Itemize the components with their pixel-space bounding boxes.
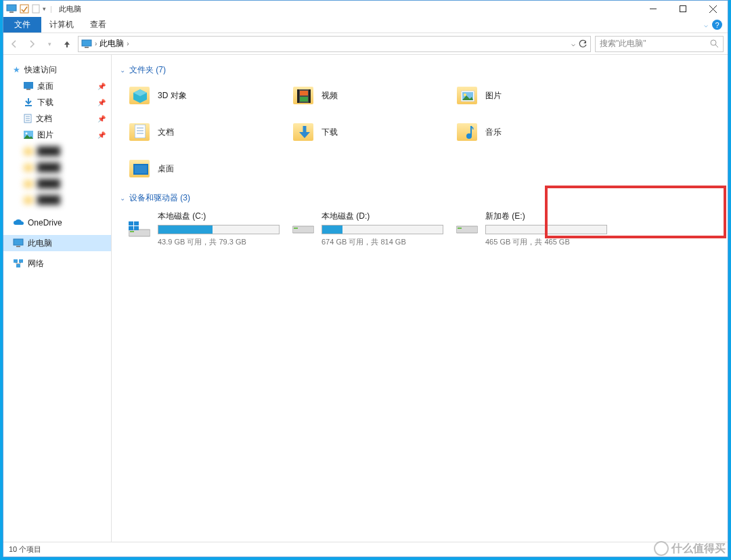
folder-videos[interactable]: 视频 [292, 81, 454, 110]
document-icon [128, 121, 151, 144]
sidebar-item-blurred[interactable]: ████ [3, 159, 111, 175]
qat-sep: | [49, 5, 53, 13]
sidebar-item-blurred[interactable]: ████ [3, 192, 111, 208]
nav-history-icon[interactable]: ▾ [43, 37, 56, 51]
ribbon-expand-icon[interactable]: ⌵ [704, 21, 708, 28]
explorer-window: ▾ | 此电脑 文件 计算机 查看 ⌵ ? ▾ › 此电脑 › ⌵ [3, 0, 728, 557]
svg-line-27 [18, 263, 21, 264]
svg-rect-25 [16, 264, 20, 267]
chevron-right-icon[interactable]: › [95, 40, 97, 47]
search-icon [710, 39, 719, 48]
drive-icon [292, 220, 315, 239]
nav-forward-button[interactable] [25, 37, 39, 51]
folder-downloads[interactable]: 下载 [292, 118, 454, 146]
svg-point-20 [26, 133, 28, 135]
download-icon [24, 98, 33, 107]
folder-pictures[interactable]: 图片 [456, 81, 618, 110]
chevron-down-icon: ⌄ [120, 66, 125, 74]
folder-label: 3D 对象 [158, 90, 187, 102]
pin-icon: 📌 [97, 131, 106, 139]
desktop-icon [128, 157, 151, 180]
desktop-icon [24, 82, 33, 90]
maximize-button[interactable] [668, 1, 698, 17]
tab-view[interactable]: 查看 [82, 17, 114, 33]
music-icon [456, 121, 479, 144]
content-area[interactable]: ⌄ 文件夹 (7) 3D 对象 视频 图片 文档 [112, 55, 728, 542]
svg-rect-47 [129, 221, 133, 225]
close-button[interactable] [698, 1, 728, 17]
chevron-right-icon[interactable]: › [127, 40, 129, 47]
drive-item[interactable]: 本地磁盘 (D:)674 GB 可用，共 814 GB [292, 209, 454, 242]
svg-point-10 [711, 40, 716, 45]
sidebar-item-label: 图片 [37, 129, 53, 141]
minimize-button[interactable] [638, 1, 668, 17]
svg-rect-54 [458, 228, 462, 229]
sidebar-network[interactable]: 网络 [3, 255, 111, 272]
chevron-down-icon: ⌄ [120, 194, 125, 202]
ribbon: 文件 计算机 查看 ⌵ ? [3, 17, 728, 33]
help-icon[interactable]: ? [712, 20, 722, 30]
qat-prop-icon[interactable] [20, 4, 29, 14]
qat-dropdown-icon[interactable]: ▾ [43, 5, 46, 12]
folder-music[interactable]: 音乐 [456, 118, 618, 146]
sidebar-item-documents[interactable]: 文档 📌 [3, 110, 111, 127]
download-icon [292, 121, 315, 144]
sidebar-item-blurred[interactable]: ████ [3, 175, 111, 192]
folder-3d-objects[interactable]: 3D 对象 [128, 81, 290, 110]
folder-icon [24, 179, 33, 188]
pc-icon [6, 4, 17, 14]
onedrive-icon [13, 219, 24, 227]
folder-label: 桌面 [158, 163, 174, 175]
refresh-icon[interactable] [578, 39, 588, 49]
svg-rect-32 [309, 89, 311, 103]
picture-icon [456, 84, 479, 107]
group-header-devices[interactable]: ⌄ 设备和驱动器 (3) [120, 192, 719, 204]
sidebar-label: 快速访问 [24, 64, 57, 76]
folder-label: 文档 [158, 127, 174, 138]
drive-name: 新加卷 (E:) [485, 211, 618, 222]
sidebar-item-desktop[interactable]: 桌面 📌 [3, 78, 111, 94]
titlebar: ▾ | 此电脑 [3, 1, 728, 17]
nav-back-button[interactable] [7, 37, 21, 51]
sidebar-item-blurred[interactable]: ████ [3, 143, 111, 159]
addr-dropdown-icon[interactable]: ⌵ [571, 40, 575, 47]
qat-doc-icon[interactable] [32, 4, 40, 14]
sidebar-onedrive[interactable]: OneDrive [3, 215, 111, 231]
group-header-folders[interactable]: ⌄ 文件夹 (7) [120, 64, 719, 76]
pin-icon: 📌 [97, 99, 106, 106]
svg-rect-53 [456, 226, 478, 233]
folder-icon [24, 196, 33, 204]
folder-label: 图片 [485, 90, 502, 102]
sidebar-quick-access[interactable]: ★ 快速访问 [3, 62, 111, 78]
sidebar-item-label: 文档 [36, 113, 52, 125]
watermark-text: 什么值得买 [671, 542, 726, 556]
capacity-bar [485, 225, 607, 234]
svg-rect-23 [14, 259, 18, 263]
drive-icon [456, 220, 479, 239]
address-bar[interactable]: › 此电脑 › ⌵ [78, 36, 591, 52]
folder-documents[interactable]: 文档 [128, 118, 290, 146]
nav-up-button[interactable] [60, 37, 74, 51]
svg-rect-3 [32, 5, 39, 13]
sidebar-item-downloads[interactable]: 下载 📌 [3, 94, 111, 110]
svg-rect-46 [130, 231, 134, 232]
folders-grid: 3D 对象 视频 图片 文档 下载 [128, 81, 719, 183]
svg-line-11 [715, 45, 718, 47]
search-input[interactable]: 搜索"此电脑" [595, 36, 724, 52]
video-icon [292, 84, 315, 107]
sidebar-item-pictures[interactable]: 图片 📌 [3, 127, 111, 143]
folder-desktop[interactable]: 桌面 [128, 154, 290, 183]
tab-file[interactable]: 文件 [3, 17, 41, 33]
svg-rect-38 [135, 125, 146, 138]
svg-rect-2 [20, 5, 28, 13]
nav-tree[interactable]: ★ 快速访问 桌面 📌 下载 📌 文档 📌 图片 📌 [3, 55, 112, 542]
sidebar-this-pc[interactable]: 此电脑 [3, 235, 111, 251]
tab-computer[interactable]: 计算机 [41, 17, 82, 33]
drive-item[interactable]: 新加卷 (E:)465 GB 可用，共 465 GB [456, 209, 618, 242]
breadcrumb-this-pc[interactable]: 此电脑 [99, 38, 124, 49]
svg-rect-48 [134, 221, 139, 225]
document-icon [24, 114, 32, 123]
capacity-bar [322, 225, 443, 234]
pin-icon: 📌 [97, 83, 106, 90]
drive-item[interactable]: 本地磁盘 (C:)43.9 GB 可用，共 79.3 GB [128, 209, 290, 242]
